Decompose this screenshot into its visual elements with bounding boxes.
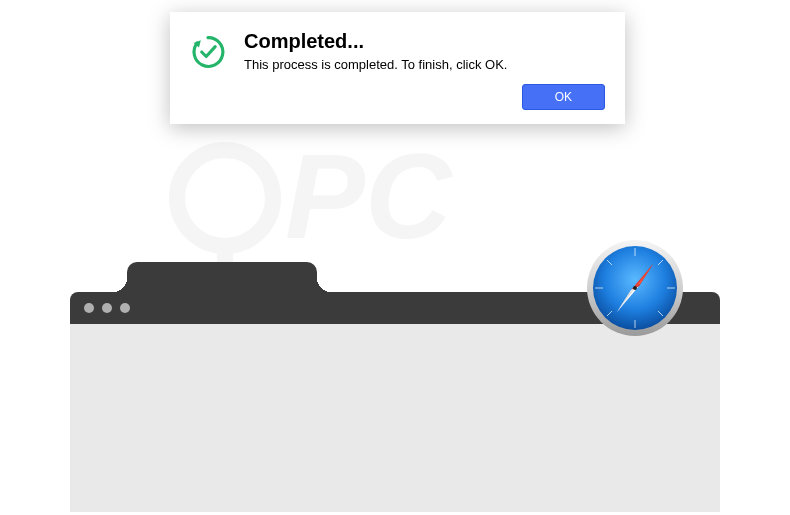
safari-icon	[585, 238, 685, 338]
browser-content-area	[70, 324, 720, 512]
svg-text:PC: PC	[285, 129, 454, 263]
maximize-window-button[interactable]	[120, 303, 130, 313]
dialog-message: This process is completed. To finish, cl…	[244, 57, 605, 72]
completion-dialog: Completed... This process is completed. …	[170, 12, 625, 124]
dialog-title: Completed...	[244, 30, 605, 53]
close-window-button[interactable]	[84, 303, 94, 313]
minimize-window-button[interactable]	[102, 303, 112, 313]
ok-button[interactable]: OK	[522, 84, 605, 110]
svg-point-0	[177, 150, 273, 246]
browser-tab[interactable]	[127, 262, 317, 292]
refresh-check-icon	[190, 34, 226, 70]
svg-point-20	[633, 286, 637, 290]
dialog-text: Completed... This process is completed. …	[244, 30, 605, 72]
dialog-body: Completed... This process is completed. …	[190, 30, 605, 72]
dialog-footer: OK	[190, 84, 605, 110]
